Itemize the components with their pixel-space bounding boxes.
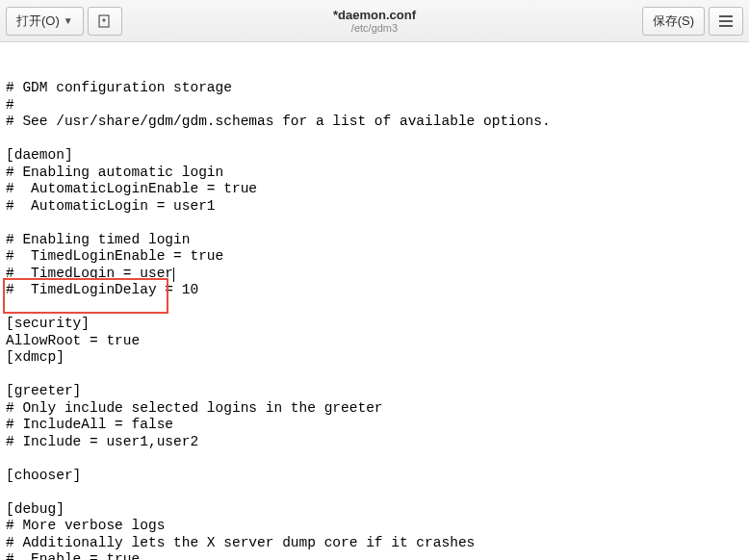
menu-button[interactable] <box>709 7 743 36</box>
save-button[interactable]: 保存(S) <box>642 7 705 36</box>
new-tab-button[interactable] <box>88 7 122 36</box>
editor-line: [debug] <box>6 501 743 519</box>
window-title: *daemon.conf <box>333 8 416 22</box>
editor-line: # TimedLoginEnable = true <box>6 248 743 266</box>
editor-line: # <box>6 97 743 115</box>
editor-line: [greeter] <box>6 383 743 400</box>
editor-line: # AutomaticLogin = user1 <box>6 198 743 216</box>
editor-line <box>6 215 743 232</box>
new-tab-icon <box>98 14 112 28</box>
text-cursor <box>173 267 174 282</box>
editor-line <box>6 131 743 148</box>
editor-line: [daemon] <box>6 147 743 165</box>
open-button[interactable]: 打开(O) ▼ <box>6 7 84 36</box>
editor-line: [xdmcp] <box>6 349 743 367</box>
editor-line: [security] <box>6 316 743 333</box>
editor-line: # Enabling automatic login <box>6 165 743 182</box>
open-button-label: 打开(O) <box>16 13 60 30</box>
title-area: *daemon.conf /etc/gdm3 <box>333 8 416 34</box>
editor-line: # TimedLogin = user <box>6 266 743 283</box>
editor-line: # Enable = true <box>6 551 743 560</box>
editor-line <box>6 450 743 468</box>
header-left-group: 打开(O) ▼ <box>6 7 122 36</box>
editor-line: # See /usr/share/gdm/gdm.schemas for a l… <box>6 114 743 131</box>
editor-line <box>6 484 743 501</box>
window-subtitle: /etc/gdm3 <box>333 22 416 34</box>
hamburger-icon <box>719 13 733 29</box>
editor-line: # Enabling timed login <box>6 232 743 249</box>
editor-line: # TimedLoginDelay = 10 <box>6 282 743 299</box>
editor-line <box>6 299 743 317</box>
editor-line <box>6 367 743 384</box>
editor-line: # Additionally lets the X server dump co… <box>6 535 743 552</box>
header-bar: 打开(O) ▼ *daemon.conf /etc/gdm3 保存(S) <box>0 0 749 42</box>
editor-line: # AutomaticLoginEnable = true <box>6 181 743 198</box>
save-button-label: 保存(S) <box>653 13 694 30</box>
editor-line: # GDM configuration storage <box>6 80 743 97</box>
editor-area[interactable]: # GDM configuration storage## See /usr/s… <box>0 42 749 560</box>
chevron-down-icon: ▼ <box>64 15 73 26</box>
header-right-group: 保存(S) <box>642 7 743 36</box>
editor-line: # Include = user1,user2 <box>6 434 743 451</box>
editor-line: # Only include selected logins in the gr… <box>6 400 743 418</box>
editor-line: AllowRoot = true <box>6 333 743 350</box>
editor-line: # IncludeAll = false <box>6 417 743 434</box>
editor-line: [chooser] <box>6 468 743 485</box>
editor-line: # More verbose logs <box>6 518 743 535</box>
